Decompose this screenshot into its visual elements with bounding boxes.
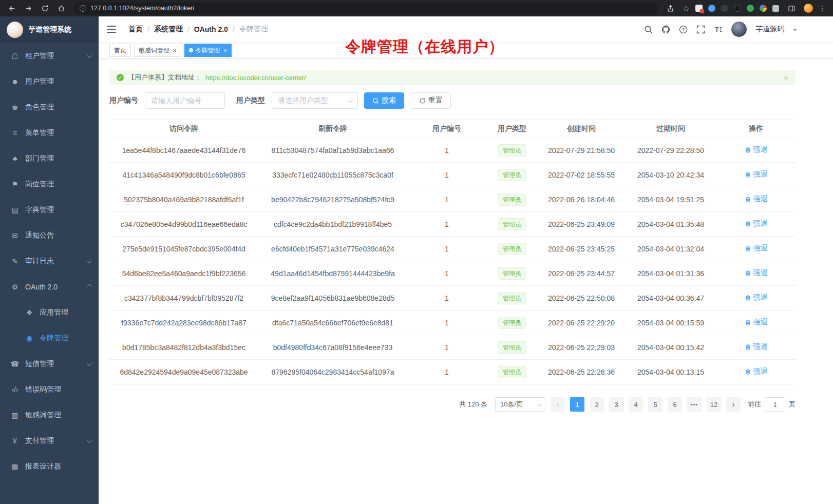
force-logout-label: 强退 [753,367,768,376]
github-icon[interactable] [661,25,670,34]
user-type-select[interactable]: 请选择用户类型 [272,92,358,109]
user-menu-caret-icon[interactable] [793,29,797,31]
sidebar-item-sensitive-word[interactable]: ▥敏感词管理 [0,402,99,428]
user-id-input[interactable] [145,92,225,109]
user-avatar[interactable] [731,22,747,37]
cell: 2022-06-26 18:04:46 [538,196,625,204]
pagination-page-4[interactable]: 4 [629,397,643,412]
browser-forward-icon[interactable] [22,2,35,15]
user-type-badge: 管理员 [498,193,526,206]
page-size-select[interactable]: 10条/页 [495,397,545,412]
tab-label: 敏感词管理 [139,46,169,55]
column-header: 操作 [716,124,796,133]
address-bar[interactable]: i 127.0.0.1:1024/system/oauth2/token [74,3,658,14]
force-logout-label: 强退 [753,268,768,278]
sidebar-item-role[interactable]: ♚角色管理 [0,94,99,120]
reset-button[interactable]: 重置 [411,92,451,109]
chevron-down-icon [348,98,353,103]
cell: 41c41346a548490f9dc8b01c6bfe0865 [109,171,258,179]
cell: 1ea5e44f8bc1467aaede43144f31de76 [109,146,258,154]
force-logout-button[interactable]: 强退 [745,170,768,179]
user-name[interactable]: 芋道源码 [755,25,784,34]
sidebar-item-audit-log[interactable]: ✎审计日志 [0,248,99,274]
user-type-badge: 管理员 [498,144,526,157]
extension-colorful-icon[interactable] [760,5,767,12]
extension-blue-icon[interactable] [708,5,715,12]
sidebar-item-sms[interactable]: ☎短信管理 [0,351,99,377]
tab-home[interactable]: 首页 [109,44,131,57]
app-logo[interactable]: 芋道管理系统 [0,16,99,43]
extension-badged-icon[interactable] [695,5,703,12]
pagination-page-12[interactable]: 12 [707,397,721,412]
search-icon[interactable] [644,25,653,34]
tab-close-icon[interactable]: × [223,47,228,54]
browser-reload-icon[interactable] [38,2,51,15]
force-logout-button[interactable]: 强退 [745,367,768,376]
sidebar-item-oauth2-app[interactable]: ❖应用管理 [0,300,99,325]
browser-back-icon[interactable] [5,2,18,15]
force-logout-button[interactable]: 强退 [745,195,768,204]
sidebar-item-error-code[interactable]: ‹/›错误码管理 [0,377,99,402]
force-logout-button[interactable]: 强退 [745,342,768,352]
extension-dark-icon[interactable] [721,5,728,12]
fullscreen-icon[interactable] [696,25,705,34]
force-logout-button[interactable]: 强退 [745,318,768,327]
font-size-icon[interactable]: T [714,25,723,34]
pagination-page-5[interactable]: 5 [648,397,662,412]
sidebar-item-oauth2-token[interactable]: ◉令牌管理 [0,325,99,351]
breadcrumb-item[interactable]: OAuth 2.0 [194,25,228,33]
force-logout-button[interactable]: 强退 [745,145,768,154]
pagination-page-3[interactable]: 3 [609,397,623,412]
pagination-more[interactable]: ••• [687,397,702,412]
goto-page-input[interactable] [765,397,785,412]
force-logout-button[interactable]: 强退 [745,268,768,278]
sms-icon: ☎ [10,360,20,368]
force-logout-label: 强退 [753,195,768,204]
side-panel-icon[interactable] [785,2,798,15]
sidebar-item-oauth2[interactable]: ⚙OAuth 2.0 [0,274,99,300]
sidebar-item-report-designer[interactable]: ▦报表设计器 [0,454,99,479]
pagination-page-2[interactable]: 2 [590,397,604,412]
search-button[interactable]: 搜索 [364,92,404,109]
pagination-next-button[interactable]: › [726,397,741,412]
tab-sensitive-word[interactable]: 敏感词管理× [134,44,181,57]
force-logout-button[interactable]: 强退 [745,293,768,302]
sidebar-toggle-icon[interactable] [107,26,117,33]
extensions-puzzle-icon[interactable] [772,5,779,12]
banner-close-icon[interactable]: × [784,73,788,82]
pagination-prev-button[interactable]: ‹ [551,397,565,412]
cell: 管理员 [486,366,538,378]
sidebar-item-tenant[interactable]: ☖租户管理 [0,43,99,69]
breadcrumb-item[interactable]: 系统管理 [154,25,183,34]
sidebar-item-dict[interactable]: ▤字典管理 [0,197,99,223]
post-icon: ⚑ [10,180,20,188]
errcode-icon: ‹/› [10,385,20,394]
browser-profile-avatar[interactable] [804,4,813,13]
cell: 管理员 [486,267,538,280]
sidebar-item-post[interactable]: ⚑岗位管理 [0,171,99,197]
browser-menu-icon[interactable]: ⋮ [819,4,826,12]
force-logout-button[interactable]: 强退 [745,219,768,228]
tab-token-manage[interactable]: 令牌管理× [184,44,232,57]
sidebar-item-pay[interactable]: ¥支付管理 [0,428,99,454]
breadcrumb-item[interactable]: 首页 [128,25,143,34]
help-icon[interactable]: ? [679,25,688,34]
pagination-page-1[interactable]: 1 [570,397,584,412]
sidebar-item-user[interactable]: ☻用户管理 [0,69,99,94]
pagination-page-6[interactable]: 6 [668,397,682,412]
share-icon[interactable] [664,2,677,15]
force-logout-button[interactable]: 强退 [745,244,768,253]
sidebar-item-menu[interactable]: ≡菜单管理 [0,120,99,146]
browser-home-icon[interactable] [54,2,68,15]
sidebar-item-notice[interactable]: ✉通知公告 [0,223,99,248]
cell: 管理员 [486,243,538,255]
pagination-pages: 123456•••12 [570,397,721,412]
sidebar-item-label: 字典管理 [25,205,90,215]
extension-black-icon[interactable] [734,5,741,12]
extension-green-icon[interactable] [747,5,754,12]
site-info-icon[interactable]: i [80,5,86,12]
bookmark-star-icon[interactable]: ☆ [683,5,690,12]
sidebar-item-dept[interactable]: ♣部门管理 [0,146,99,171]
doc-banner-link[interactable]: https://doc.iocoder.cn/user-center/ [205,74,306,82]
tab-close-icon[interactable]: × [173,47,177,54]
